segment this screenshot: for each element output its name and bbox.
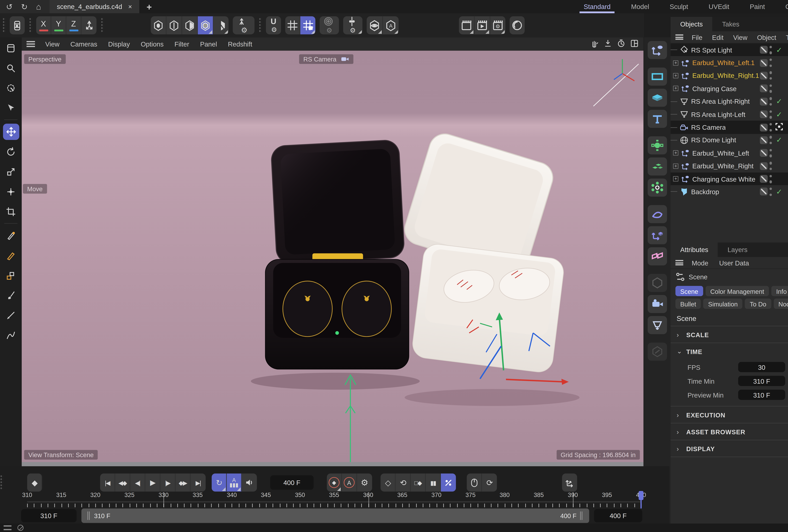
pan-hand-icon[interactable] (590, 39, 599, 49)
key-rotation-button[interactable]: ⟲ (396, 474, 411, 492)
editor-toggle-icon[interactable] (760, 136, 768, 144)
viewport-menu-panel[interactable]: Panel (195, 40, 222, 47)
brush-tool[interactable] (3, 287, 19, 303)
mode-menu[interactable]: Mode (687, 259, 713, 266)
viewport-menu-options[interactable]: Options (135, 40, 169, 47)
cursor-settings-tool[interactable] (3, 99, 19, 116)
range-start-field[interactable]: 310 F (21, 509, 77, 523)
next-key-button[interactable]: ◆▶ (176, 474, 191, 492)
axis-lock-y[interactable]: Y (51, 16, 66, 34)
toolbar-grip[interactable] (101, 18, 104, 33)
edge-mode-button[interactable] (182, 16, 198, 34)
create-bend-deformer-button[interactable] (648, 205, 667, 223)
auto-hex-button[interactable]: A (383, 16, 398, 34)
viewport-menu-filter[interactable]: Filter (169, 40, 195, 47)
mouse-record-button[interactable] (467, 474, 482, 492)
layout-panes-icon[interactable] (630, 39, 639, 49)
create-material-pencil-button[interactable] (648, 342, 667, 361)
uv-mode-button[interactable] (214, 16, 229, 34)
render-settings-button[interactable]: ⚙ (490, 16, 506, 34)
close-tab-icon[interactable]: × (128, 3, 132, 10)
render-picture-viewer-button[interactable] (475, 16, 490, 34)
editor-toggle-icon[interactable] (760, 188, 768, 196)
category-chip-bullet[interactable]: Bullet (675, 298, 701, 309)
visibility-dots[interactable] (770, 46, 772, 54)
visibility-dots[interactable] (770, 84, 772, 93)
section-time[interactable]: ⌄TIME (671, 343, 788, 359)
attributes-menu-icon[interactable] (675, 260, 683, 265)
spline-smooth-tool[interactable] (3, 327, 19, 343)
polygon-mode-button[interactable] (198, 16, 213, 34)
create-volume-builder-button[interactable] (648, 226, 667, 244)
viewport-menu-icon[interactable] (26, 41, 35, 47)
falloff-button[interactable]: ⚙ (320, 16, 339, 34)
object-row-earbud-white-left[interactable]: +Earbud_White_Left (671, 146, 788, 159)
objects-menu-view[interactable]: View (728, 34, 752, 41)
key-pla-button[interactable]: ▮▮ (426, 474, 441, 492)
undo-icon[interactable]: ↺ (6, 2, 13, 11)
model-mode-button[interactable] (151, 16, 166, 34)
interactive-render-button[interactable] (510, 16, 525, 34)
keyframe-settings-button[interactable]: ⚙ (357, 474, 372, 492)
objects-menu-tags[interactable]: Tags (781, 34, 788, 41)
user-data-menu[interactable]: User Data (714, 259, 754, 266)
category-chip-simulation[interactable]: Simulation (703, 298, 743, 309)
previous-frame-button[interactable]: ◀| (130, 474, 145, 492)
visibility-dots[interactable] (770, 149, 772, 157)
objects-menu-object[interactable]: Object (752, 34, 781, 41)
knife-tool[interactable] (3, 307, 19, 323)
snap-toggle-button[interactable]: U⚙ (266, 16, 281, 34)
workspace-tab-standard[interactable]: Standard (573, 0, 621, 13)
enabled-check-icon[interactable]: ✓ (774, 46, 784, 54)
view-label[interactable]: Perspective (24, 54, 65, 64)
create-subdivision-surface-button[interactable] (648, 136, 667, 155)
section-display[interactable]: ›DISPLAY (671, 440, 788, 456)
axis-translate-tool[interactable] (3, 183, 19, 200)
workspace-tab-sculpt[interactable]: Sculpt (659, 0, 698, 13)
viewport-menu-display[interactable]: Display (103, 40, 135, 47)
create-camera-object-button[interactable] (648, 295, 667, 313)
editor-toggle-icon[interactable] (760, 85, 768, 93)
expand-toggle[interactable]: + (673, 176, 678, 182)
viewport-3d[interactable]: Perspective RS Camera Move View Transfor… (22, 51, 644, 466)
category-chip-to-do[interactable]: To Do (745, 298, 771, 309)
home-icon[interactable]: ⌂ (36, 2, 41, 11)
go-to-start-button[interactable]: |◀ (100, 474, 115, 492)
section-asset-browser[interactable]: ›ASSET BROWSER (671, 423, 788, 440)
loop-playback-button[interactable]: ↻ (212, 474, 227, 492)
coordinate-system-button[interactable] (81, 16, 97, 34)
workspace-box-tool[interactable] (3, 40, 19, 56)
tab-objects[interactable]: Objects (671, 17, 712, 32)
create-capsule-button[interactable] (648, 274, 667, 292)
category-chip-nodes[interactable]: Nodes (773, 298, 788, 309)
scale-tool[interactable] (3, 163, 19, 180)
viewport-menu-cameras[interactable]: Cameras (65, 40, 103, 47)
object-row-earbud-white-right-1[interactable]: +Earbud_White_Right.1 (671, 69, 788, 82)
editor-toggle-icon[interactable] (760, 149, 768, 157)
modeling-stack-tool[interactable] (3, 267, 19, 283)
visibility-hex-button[interactable] (367, 16, 383, 34)
object-row-rs-area-light-left[interactable]: RS Area Light-Left✓ (671, 108, 788, 121)
play-mode-button[interactable]: A▮▮▮ (227, 474, 242, 492)
editor-toggle-icon[interactable] (760, 162, 768, 170)
object-row-charging-case-white[interactable]: +Charging Case White (671, 173, 788, 185)
expand-toggle[interactable]: + (673, 151, 678, 156)
objects-menu-icon[interactable] (675, 34, 683, 40)
create-null-object-button[interactable] (648, 41, 667, 59)
timeline-grip[interactable] (0, 475, 3, 490)
tab-takes[interactable]: Takes (712, 17, 749, 32)
create-constraint-button[interactable] (648, 247, 667, 265)
autokey-button[interactable]: A (342, 474, 357, 492)
field-time-min[interactable]: 310 F (738, 376, 785, 386)
editor-toggle-icon[interactable] (760, 72, 768, 80)
create-cube-primitive-button[interactable] (648, 88, 667, 107)
toolbar-grip[interactable] (2, 18, 5, 33)
key-parameter-button[interactable]: □◆ (411, 474, 426, 492)
toolbar-grip[interactable] (259, 18, 262, 33)
render-view-button[interactable] (459, 16, 475, 34)
field-preview-min[interactable]: 310 F (738, 390, 785, 400)
preview-range-bar[interactable]: 310 F 400 F (81, 509, 589, 523)
create-cloner-button[interactable] (648, 179, 667, 197)
visibility-dots[interactable] (770, 58, 772, 67)
expand-toggle[interactable]: + (673, 73, 678, 78)
